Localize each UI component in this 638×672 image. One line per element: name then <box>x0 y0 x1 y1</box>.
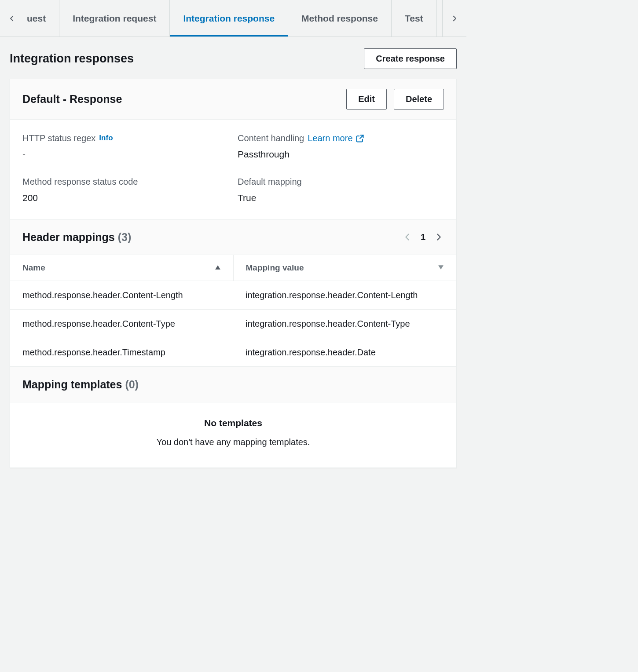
chevron-left-icon <box>8 15 16 22</box>
response-properties: HTTP status regex Info - Content handlin… <box>10 120 456 220</box>
label-text: Content handling <box>238 132 304 144</box>
learn-more-link[interactable]: Learn more <box>308 132 364 144</box>
section-title-text: Mapping templates <box>22 378 122 391</box>
cell-mapping-value: integration.response.header.Content-Leng… <box>233 281 456 310</box>
section-title: Mapping templates (0) <box>22 377 139 392</box>
empty-subtext: You don't have any mapping templates. <box>22 436 444 448</box>
prop-value: 200 <box>22 191 229 204</box>
prop-label: Method response status code <box>22 175 229 188</box>
page-header: Integration responses Create response <box>0 37 466 79</box>
tab-label: Integration request <box>73 12 156 25</box>
tab-label: Test <box>405 12 423 25</box>
section-count: (3) <box>118 231 132 243</box>
mapping-templates-header: Mapping templates (0) <box>10 367 456 402</box>
prop-content-handling: Content handling Learn more Passthrough <box>238 132 444 161</box>
header-mappings-header: Header mappings (3) 1 <box>10 220 456 255</box>
cell-mapping-value: integration.response.header.Content-Type <box>233 310 456 338</box>
section-title-text: Header mappings <box>22 231 115 243</box>
prop-value: Passthrough <box>238 148 444 161</box>
sort-none-icon <box>438 262 444 274</box>
tab-method-response[interactable]: Method response <box>288 0 392 37</box>
cell-name: method.response.header.Content-Length <box>10 281 233 310</box>
prop-method-response-status-code: Method response status code 200 <box>22 175 229 204</box>
label-text: Default mapping <box>238 175 302 188</box>
prop-http-status-regex: HTTP status regex Info - <box>22 132 229 161</box>
section-title: Header mappings (3) <box>22 230 131 245</box>
column-header-label: Name <box>22 262 45 274</box>
label-text: HTTP status regex <box>22 132 95 144</box>
tab-test[interactable]: Test <box>392 0 437 37</box>
external-link-icon <box>356 134 364 142</box>
tab-bar: uest Integration request Integration res… <box>0 0 466 37</box>
sort-ascending-icon <box>215 262 221 274</box>
tab-label: uest <box>27 12 46 25</box>
svg-marker-1 <box>438 265 444 269</box>
label-text: Method response status code <box>22 175 138 188</box>
pager-next-button[interactable] <box>433 232 444 242</box>
tab-scroll-right-button[interactable] <box>442 0 466 37</box>
svg-marker-0 <box>215 265 220 269</box>
tab-integration-response[interactable]: Integration response <box>170 0 288 37</box>
chevron-right-icon <box>434 232 444 242</box>
page-title: Integration responses <box>10 51 134 67</box>
column-header-mapping-value[interactable]: Mapping value <box>233 255 456 281</box>
pager-prev-button[interactable] <box>402 232 413 242</box>
cell-name: method.response.header.Timestamp <box>10 338 233 367</box>
create-response-button[interactable]: Create response <box>364 48 457 69</box>
empty-title: No templates <box>22 416 444 429</box>
cell-mapping-value: integration.response.header.Date <box>233 338 456 367</box>
learn-more-text: Learn more <box>308 132 352 144</box>
header-mappings-table: Name Mapping value <box>10 255 456 367</box>
tab-label: Method response <box>301 12 378 25</box>
info-link[interactable]: Info <box>99 133 113 143</box>
column-header-label: Mapping value <box>246 262 304 274</box>
prop-default-mapping: Default mapping True <box>238 175 444 204</box>
chevron-left-icon <box>403 232 412 242</box>
tab-label: Integration response <box>183 12 275 25</box>
prop-label: Content handling Learn more <box>238 132 444 144</box>
prop-label: Default mapping <box>238 175 444 188</box>
delete-button[interactable]: Delete <box>394 89 444 110</box>
response-card: Default - Response Edit Delete HTTP stat… <box>10 79 457 468</box>
column-header-name[interactable]: Name <box>10 255 233 281</box>
tab-integration-request[interactable]: Integration request <box>59 0 170 37</box>
pager-current-page: 1 <box>421 231 425 243</box>
card-title: Default - Response <box>22 91 122 107</box>
table-row: method.response.header.Content-Length in… <box>10 281 456 310</box>
cell-name: method.response.header.Content-Type <box>10 310 233 338</box>
edit-button[interactable]: Edit <box>346 89 387 110</box>
tabs-container: uest Integration request Integration res… <box>24 0 442 37</box>
mapping-templates-empty-state: No templates You don't have any mapping … <box>10 402 456 467</box>
section-count: (0) <box>125 378 139 391</box>
table-row: method.response.header.Content-Type inte… <box>10 310 456 338</box>
card-header: Default - Response Edit Delete <box>10 79 456 120</box>
prop-value: True <box>238 191 444 204</box>
pager: 1 <box>402 231 444 243</box>
card-actions: Edit Delete <box>346 89 444 110</box>
tab-scroll-left-button[interactable] <box>0 0 24 37</box>
prop-value: - <box>22 148 229 161</box>
chevron-right-icon <box>451 15 458 22</box>
table-row: method.response.header.Timestamp integra… <box>10 338 456 367</box>
tab-method-request-partial[interactable]: uest <box>24 0 59 37</box>
prop-label: HTTP status regex Info <box>22 132 229 144</box>
